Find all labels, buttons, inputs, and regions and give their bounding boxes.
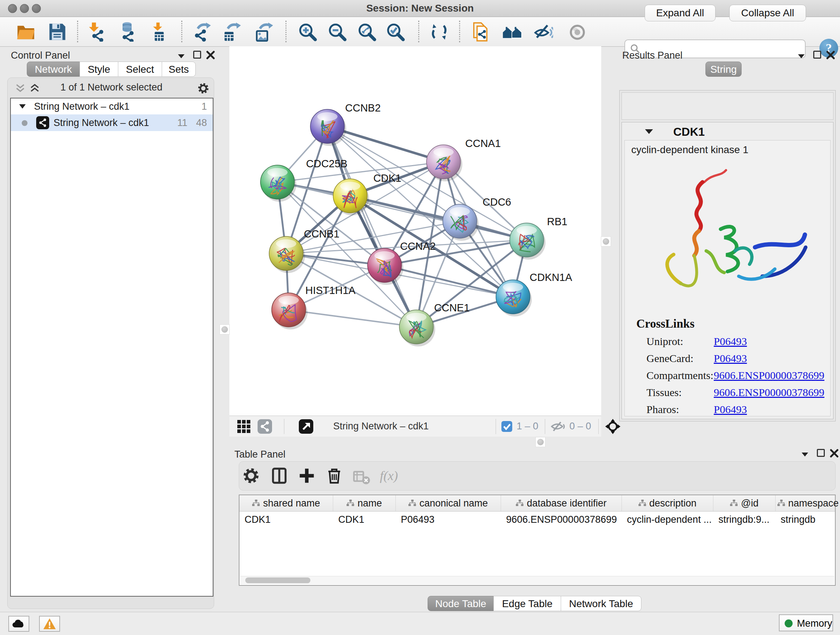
crosshair-icon[interactable] bbox=[605, 418, 621, 434]
tab-sets[interactable]: Sets bbox=[162, 62, 196, 77]
add-column-button[interactable] bbox=[297, 466, 316, 485]
column-header-name[interactable]: name bbox=[333, 495, 396, 511]
network-view-toolbar: String Network – cdk1 1 – 0 0 – 0 bbox=[229, 416, 601, 437]
tab-string[interactable]: String bbox=[706, 62, 742, 77]
gene-collapse-icon[interactable] bbox=[644, 128, 654, 135]
table-row[interactable]: CDK1CDK1P064939606.ENSP00000378699cyclin… bbox=[240, 511, 835, 527]
control-panel-float-icon[interactable] bbox=[193, 51, 201, 59]
crosslink-label: GeneCard: bbox=[646, 352, 693, 364]
open-in-new-icon[interactable] bbox=[299, 419, 313, 434]
table-cell[interactable]: P06493 bbox=[396, 511, 501, 527]
expand-all-button[interactable]: Expand All bbox=[645, 5, 715, 21]
table-panel-menu-icon[interactable] bbox=[801, 451, 810, 458]
table-horizontal-scrollbar[interactable] bbox=[240, 576, 834, 584]
right-splitter-handle[interactable] bbox=[601, 236, 611, 247]
export-image-button[interactable] bbox=[254, 22, 274, 42]
warnings-button[interactable] bbox=[39, 616, 60, 632]
column-header-namespace[interactable]: namespace bbox=[775, 495, 840, 511]
cloud-status-button[interactable] bbox=[8, 616, 29, 632]
tab-edge-table[interactable]: Edge Table bbox=[493, 596, 561, 611]
table-cell[interactable]: stringdb:9... bbox=[714, 511, 775, 527]
network-node-ccna2[interactable] bbox=[368, 249, 403, 285]
node-label-ccnb1: CCNB1 bbox=[304, 228, 339, 240]
import-network-database-button[interactable] bbox=[117, 22, 136, 42]
home-button[interactable] bbox=[502, 22, 522, 42]
save-session-button[interactable] bbox=[47, 22, 67, 42]
share-network-file-button[interactable] bbox=[471, 22, 491, 42]
show-columns-button[interactable] bbox=[270, 466, 289, 485]
network-collection-row[interactable]: String Network – cdk1 1 bbox=[11, 98, 213, 114]
collapse-all-networks-icon[interactable] bbox=[15, 83, 25, 93]
network-node-hist1h1a[interactable] bbox=[272, 293, 308, 329]
table-cell[interactable]: cyclin-dependent ... bbox=[622, 511, 714, 527]
column-header-database-identifier[interactable]: database identifier bbox=[501, 495, 622, 511]
table-cell[interactable]: 9606.ENSP00000378699 bbox=[501, 511, 622, 527]
refresh-view-button[interactable] bbox=[429, 22, 449, 42]
network-edge[interactable] bbox=[289, 310, 416, 327]
zoom-selected-button[interactable] bbox=[386, 22, 405, 42]
results-panel-menu-icon[interactable] bbox=[797, 53, 806, 59]
network-node-cdk1[interactable] bbox=[333, 179, 369, 215]
crosslink-link[interactable]: 9606.ENSP00000378699 bbox=[714, 369, 824, 382]
network-options-gear-icon[interactable] bbox=[197, 82, 210, 95]
open-session-button[interactable] bbox=[16, 22, 36, 42]
crosslink-label: Pharos: bbox=[646, 403, 679, 416]
table-cell[interactable]: CDK1 bbox=[240, 511, 333, 527]
crosslink-row: Uniprot:P06493 bbox=[646, 333, 827, 349]
import-network-file-button[interactable] bbox=[85, 22, 105, 42]
tab-style[interactable]: Style bbox=[80, 62, 118, 77]
column-header--id[interactable]: @id bbox=[714, 495, 775, 511]
table-panel-close-icon[interactable] bbox=[830, 449, 838, 458]
network-node-ccna1[interactable] bbox=[426, 145, 462, 181]
network-node-rb1[interactable] bbox=[510, 223, 546, 260]
expand-all-networks-icon[interactable] bbox=[30, 83, 40, 93]
zoom-out-icon bbox=[327, 22, 347, 42]
hide-glasses-button[interactable] bbox=[534, 22, 553, 42]
birds-eye-grid-icon[interactable] bbox=[237, 419, 251, 434]
export-table-button[interactable] bbox=[222, 22, 242, 42]
crosslink-link[interactable]: 9606.ENSP00000378699 bbox=[714, 386, 824, 399]
export-network-button[interactable] bbox=[192, 22, 212, 42]
collapse-all-button[interactable]: Collapse All bbox=[729, 5, 806, 21]
column-header-shared-name[interactable]: shared name bbox=[240, 495, 333, 511]
network-canvas[interactable]: CCNB2CCNA1CDC25BCDK1CDC6RB1CCNB1CCNA2CDK… bbox=[229, 46, 601, 416]
show-eye-button[interactable] bbox=[568, 22, 587, 42]
scrollbar-thumb[interactable] bbox=[245, 578, 310, 583]
control-panel-close-icon[interactable] bbox=[206, 51, 215, 59]
crosslink-link[interactable]: P06493 bbox=[714, 352, 747, 364]
memory-label: Memory bbox=[797, 618, 832, 629]
table-cell[interactable]: stringdb bbox=[775, 511, 840, 527]
table-panel-float-icon[interactable] bbox=[817, 449, 825, 457]
tab-network-table[interactable]: Network Table bbox=[561, 596, 641, 611]
collection-expand-icon[interactable] bbox=[19, 103, 27, 109]
import-table-button[interactable] bbox=[149, 22, 169, 42]
tab-select[interactable]: Select bbox=[118, 62, 162, 77]
tab-node-table[interactable]: Node Table bbox=[428, 596, 494, 611]
memory-button[interactable]: Memory bbox=[779, 614, 833, 631]
crosslink-link[interactable]: P06493 bbox=[714, 335, 747, 348]
zoom-fit-button[interactable] bbox=[357, 22, 377, 42]
network-edge[interactable] bbox=[327, 126, 416, 327]
footer-separator bbox=[496, 419, 496, 434]
control-panel-menu-icon[interactable] bbox=[177, 53, 186, 59]
node-label-rb1: RB1 bbox=[547, 216, 567, 227]
crosslink-link[interactable]: P06493 bbox=[714, 403, 747, 416]
tab-network[interactable]: Network bbox=[27, 62, 80, 77]
column-header-description[interactable]: description bbox=[622, 495, 714, 511]
selected-checkbox-icon[interactable] bbox=[501, 421, 512, 432]
results-panel-close-icon[interactable] bbox=[826, 51, 835, 59]
zoom-in-button[interactable] bbox=[298, 22, 317, 42]
column-header-canonical-name[interactable]: canonical name bbox=[396, 495, 501, 511]
results-panel-float-icon[interactable] bbox=[813, 51, 821, 59]
string-share-gray-icon[interactable] bbox=[257, 419, 272, 434]
table-cell[interactable]: CDK1 bbox=[333, 511, 396, 527]
bottom-splitter-handle[interactable] bbox=[535, 437, 546, 447]
table-settings-gear-button[interactable] bbox=[242, 466, 261, 485]
left-splitter-handle[interactable] bbox=[219, 325, 230, 334]
network-node-cdc25b[interactable] bbox=[261, 165, 296, 202]
network-node-cdkn1a[interactable] bbox=[496, 280, 532, 317]
gene-card-header[interactable]: CDK1 bbox=[622, 122, 833, 140]
delete-column-button[interactable] bbox=[325, 466, 344, 485]
zoom-out-button[interactable] bbox=[327, 22, 347, 42]
network-row-selected[interactable]: String Network – cdk1 11 48 bbox=[11, 114, 213, 131]
